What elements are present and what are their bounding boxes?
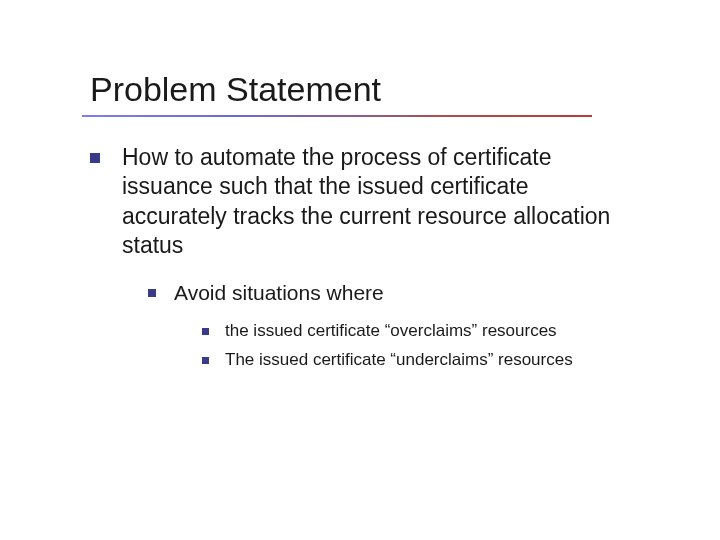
bullet-level3-text: The issued certificate “underclaims” res… (225, 349, 573, 372)
square-bullet-icon (90, 153, 100, 163)
square-bullet-icon (202, 328, 209, 335)
bullet-level3-text: the issued certificate “overclaims” reso… (225, 320, 557, 343)
slide: Problem Statement How to automate the pr… (0, 0, 720, 540)
bullet-level2: Avoid situations where (148, 279, 630, 306)
square-bullet-icon (202, 357, 209, 364)
slide-title: Problem Statement (90, 70, 630, 109)
bullet-level1-text: How to automate the process of certifica… (122, 143, 630, 261)
bullet-level2-text: Avoid situations where (174, 279, 384, 306)
square-bullet-icon (148, 289, 156, 297)
bullet-level3: The issued certificate “underclaims” res… (202, 349, 630, 372)
bullet-level3: the issued certificate “overclaims” reso… (202, 320, 630, 343)
title-underline (82, 115, 592, 117)
bullet-level1: How to automate the process of certifica… (90, 143, 630, 261)
